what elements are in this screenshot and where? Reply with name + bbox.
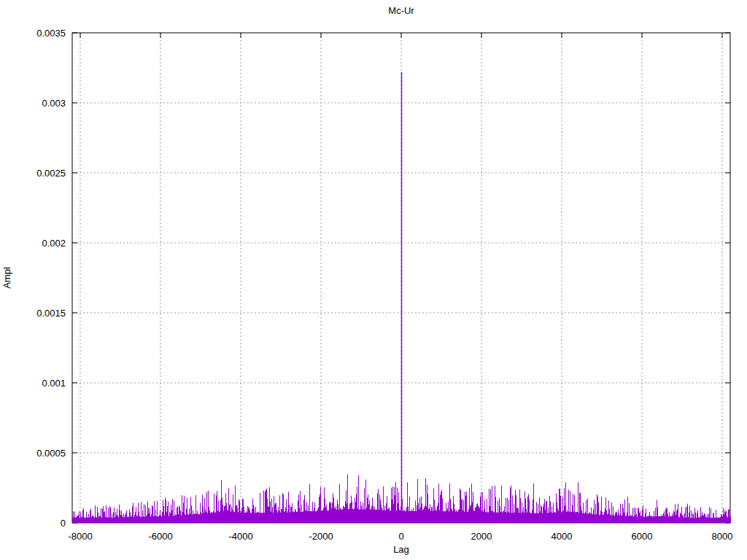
x-tick-label: 8000 [712, 531, 733, 542]
x-axis-label: Lag [393, 544, 409, 555]
y-axis-label: Ampl [1, 267, 12, 289]
y-tick-label: 0.001 [42, 378, 66, 389]
y-tick-label: 0.0025 [36, 168, 66, 179]
chart-canvas: -8000-6000-4000-20000200040006000800000.… [0, 0, 747, 560]
y-tick-label: 0.0015 [36, 308, 66, 319]
y-tick-label: 0.0005 [36, 448, 66, 459]
chart-window: -8000-6000-4000-20000200040006000800000.… [0, 0, 747, 560]
x-tick-label: -4000 [228, 531, 252, 542]
impulse-series [73, 72, 731, 523]
y-tick-label: 0.002 [42, 238, 66, 249]
x-tick-label: -6000 [148, 531, 172, 542]
y-tick-label: 0.003 [42, 98, 66, 109]
y-tick-label: 0.0035 [36, 28, 66, 39]
x-tick-label: -8000 [68, 531, 92, 542]
x-tick-label: 0 [398, 531, 403, 542]
y-tick-label: 0 [61, 518, 66, 529]
x-tick-label: -2000 [309, 531, 333, 542]
x-tick-label: 2000 [471, 531, 492, 542]
chart-title: Mc-Ur [388, 5, 414, 16]
x-tick-label: 4000 [551, 531, 573, 542]
tick-labels: -8000-6000-4000-20000200040006000800000.… [36, 28, 732, 542]
x-tick-label: 6000 [632, 531, 653, 542]
